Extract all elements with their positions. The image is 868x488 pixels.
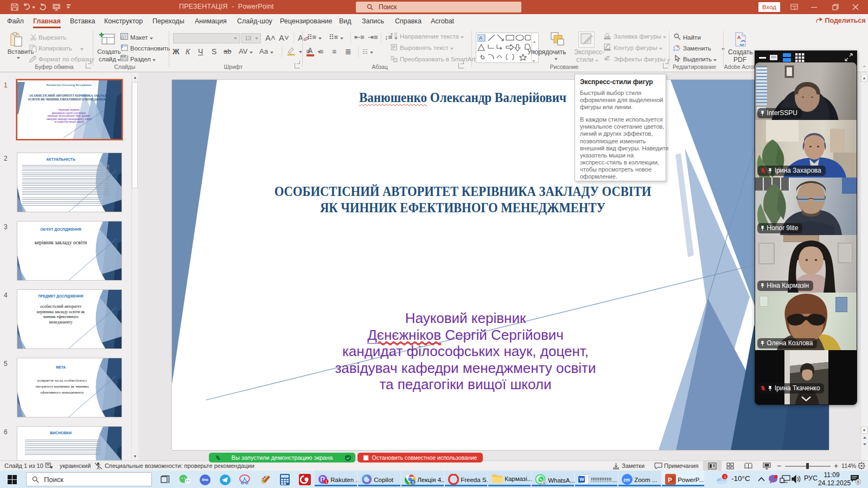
svg-text:W: W <box>579 477 584 482</box>
svg-text:1: 1 <box>724 474 726 479</box>
svg-text:1: 1 <box>325 480 327 484</box>
svg-text:S: S <box>412 480 414 484</box>
svg-text:3: 3 <box>542 481 545 485</box>
svg-text:b: b <box>677 44 680 49</box>
svg-text:6: 6 <box>857 479 859 484</box>
svg-text:P: P <box>668 477 672 483</box>
svg-text:A: A <box>479 35 482 41</box>
svg-text:c: c <box>673 47 675 52</box>
svg-text:zm: zm <box>623 477 630 483</box>
svg-text:A: A <box>737 35 741 40</box>
